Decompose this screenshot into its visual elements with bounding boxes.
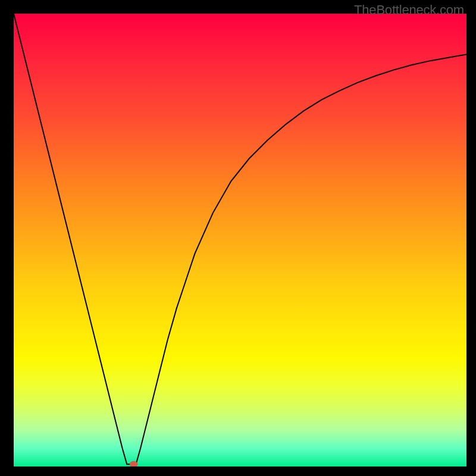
bottleneck-curve: [14, 14, 466, 464]
watermark-text: TheBottleneck.com: [354, 2, 464, 18]
chart-svg-layer: [14, 14, 466, 466]
